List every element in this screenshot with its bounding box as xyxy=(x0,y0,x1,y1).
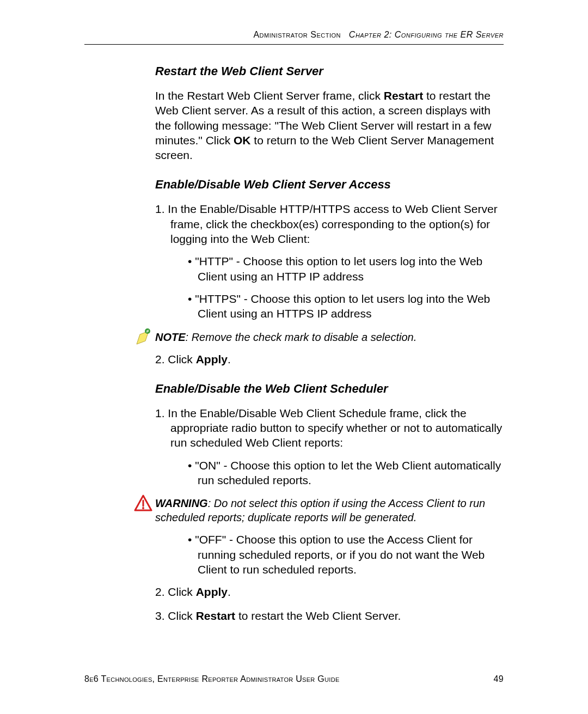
list-item: "HTTPS" - Choose this option to let user… xyxy=(170,291,504,321)
heading-restart: Restart the Web Client Server xyxy=(155,64,504,78)
list-access-2: 2. Click Apply. xyxy=(155,352,504,367)
page-header: Administrator Section Chapter 2: Configu… xyxy=(84,30,504,45)
header-chapter: Chapter 2: Configuring the ER Server xyxy=(349,30,504,39)
header-section: Administrator Section xyxy=(253,30,341,39)
list-item: "HTTP" - Choose this option to let users… xyxy=(170,254,504,284)
list-item: "OFF" - Choose this option to use the Ac… xyxy=(170,532,504,577)
list-item: 2. Click Apply. xyxy=(155,352,504,367)
list-item: 1. In the Enable/Disable HTTP/HTTPS acce… xyxy=(155,202,504,321)
list-scheduler-2: 2. Click Apply. 3. Click Restart to rest… xyxy=(155,584,504,623)
warning-icon xyxy=(133,494,153,514)
heading-scheduler: Enable/Disable the Web Client Scheduler xyxy=(155,382,504,396)
list-item: 3. Click Restart to restart the Web Clie… xyxy=(155,608,504,623)
main-content: Restart the Web Client Server In the Res… xyxy=(155,64,504,623)
page-number: 49 xyxy=(494,674,504,684)
list-item: 2. Click Apply. xyxy=(155,584,504,599)
sublist-off: "OFF" - Choose this option to use the Ac… xyxy=(170,532,504,577)
svg-point-0 xyxy=(145,328,150,334)
list-item: 1. In the Enable/Disable Web Client Sche… xyxy=(155,406,504,487)
sublist: "ON" - Choose this option to let the Web… xyxy=(170,458,504,488)
list-scheduler: 1. In the Enable/Disable Web Client Sche… xyxy=(155,406,504,487)
heading-enable-access: Enable/Disable Web Client Server Access xyxy=(155,178,504,192)
svg-point-2 xyxy=(142,507,144,509)
sublist: "HTTP" - Choose this option to let users… xyxy=(170,254,504,321)
list-item: "ON" - Choose this option to let the Web… xyxy=(170,458,504,488)
note-block: NOTE: Remove the check mark to disable a… xyxy=(84,330,504,344)
note-icon xyxy=(133,328,153,347)
warning-block: WARNING: Do not select this option if us… xyxy=(84,496,504,524)
footer-text: 8e6 Technologies, Enterprise Reporter Ad… xyxy=(84,674,340,684)
list-access: 1. In the Enable/Disable HTTP/HTTPS acce… xyxy=(155,202,504,321)
page-footer: 8e6 Technologies, Enterprise Reporter Ad… xyxy=(84,674,504,684)
para-restart: In the Restart Web Client Server frame, … xyxy=(155,88,504,162)
